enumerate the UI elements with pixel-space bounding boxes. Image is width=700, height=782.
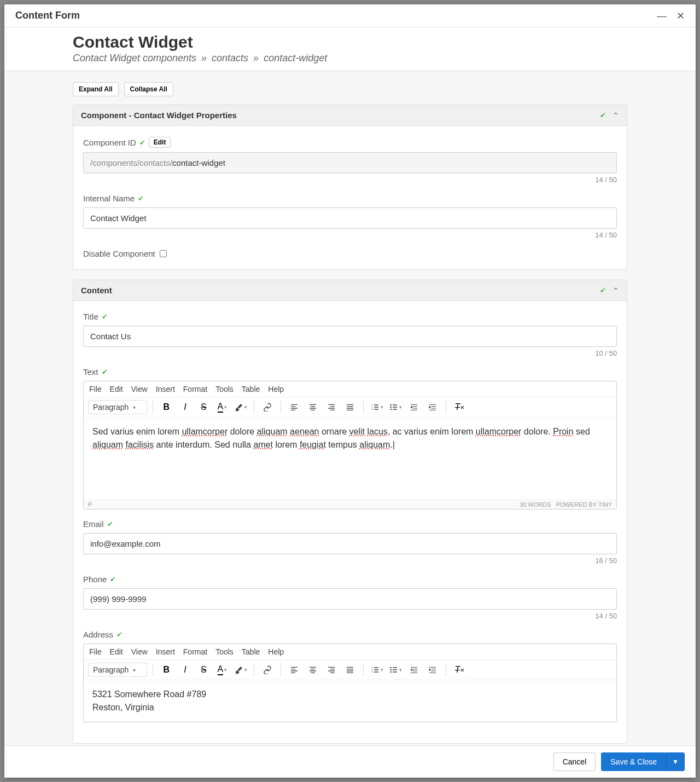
internal-name-input[interactable] [83, 207, 617, 229]
field-text: Text ✔ File Edit View Insert Format Tool… [83, 367, 617, 509]
highlight-icon[interactable] [233, 662, 248, 677]
char-counter: 14 / 50 [83, 231, 617, 239]
bold-icon[interactable]: B [159, 399, 174, 415]
breadcrumb-sep: » [201, 53, 207, 63]
link-icon[interactable] [260, 399, 275, 415]
rte-wordcount: 30 WORDS [520, 501, 551, 508]
rte-menu-file[interactable]: File [89, 385, 102, 393]
svg-point-10 [390, 669, 392, 671]
highlight-icon[interactable] [233, 399, 248, 415]
align-left-icon[interactable] [287, 662, 302, 677]
modal-header: Content Form — ✕ [4, 4, 696, 27]
indent-icon[interactable] [425, 662, 440, 677]
char-counter: 14 / 50 [83, 612, 617, 620]
collapse-all-button[interactable]: Collapse All [124, 82, 173, 96]
bullet-list-icon[interactable] [388, 399, 403, 415]
edit-button[interactable]: Edit [149, 137, 171, 148]
strikethrough-icon[interactable]: S [196, 399, 211, 415]
rte-menu-edit[interactable]: Edit [110, 647, 123, 656]
check-icon: ✔ [102, 368, 108, 376]
numbered-list-icon[interactable]: 123 [369, 399, 384, 415]
email-input[interactable] [83, 533, 617, 554]
rte-menu-view[interactable]: View [131, 385, 148, 393]
link-icon[interactable] [260, 662, 275, 677]
align-justify-icon[interactable] [342, 662, 358, 677]
italic-icon[interactable]: I [177, 662, 192, 677]
align-right-icon[interactable] [324, 662, 339, 677]
align-left-icon[interactable] [287, 399, 302, 415]
rte-toolbar: Paragraph B I S A [84, 660, 616, 680]
minimize-icon[interactable]: — [657, 11, 667, 21]
field-label: Component ID ✔ Edit [83, 137, 617, 148]
clear-format-icon[interactable]: T× [452, 399, 467, 415]
italic-icon[interactable]: I [177, 399, 192, 415]
rte-menu-table[interactable]: Table [242, 385, 260, 393]
close-icon[interactable]: ✕ [676, 11, 685, 21]
rte-paragraph-select[interactable]: Paragraph [88, 663, 147, 677]
rte-menu-insert[interactable]: Insert [156, 385, 175, 393]
check-icon: ✔ [600, 111, 606, 120]
align-right-icon[interactable] [324, 399, 339, 415]
rte-menu-insert[interactable]: Insert [156, 647, 175, 656]
outdent-icon[interactable] [406, 662, 422, 677]
page-header: Contact Widget Contact Widget components… [4, 27, 696, 71]
expand-all-button[interactable]: Expand All [73, 82, 119, 96]
rte-menubar: File Edit View Insert Format Tools Table… [84, 381, 616, 397]
section-header[interactable]: Content ✔ ⌃ [73, 280, 627, 301]
rte-menu-format[interactable]: Format [183, 385, 207, 393]
text-color-icon[interactable]: A [214, 399, 230, 415]
rte-menu-file[interactable]: File [89, 647, 102, 656]
address-rte: File Edit View Insert Format Tools Table… [83, 644, 617, 722]
svg-point-4 [390, 407, 392, 408]
breadcrumb-item: contacts [212, 53, 248, 63]
align-justify-icon[interactable] [342, 399, 358, 415]
rte-content-area[interactable]: Sed varius enim lorem ullamcorper dolore… [84, 418, 616, 500]
strikethrough-icon[interactable]: S [196, 662, 211, 677]
disable-checkbox[interactable] [160, 250, 167, 257]
content-inner: Expand All Collapse All Component - Cont… [4, 71, 696, 744]
content-scroll[interactable]: Expand All Collapse All Component - Cont… [4, 71, 696, 745]
collapse-icon[interactable]: ⌃ [612, 286, 619, 295]
check-icon: ✔ [116, 630, 122, 639]
address-line-1: 5321 Somewhere Road #789 [92, 688, 608, 701]
save-and-close-button[interactable]: Save & Close [601, 752, 666, 771]
phone-input[interactable] [83, 588, 617, 610]
cancel-button[interactable]: Cancel [553, 752, 596, 771]
svg-point-5 [390, 409, 392, 410]
collapse-icon[interactable]: ⌃ [612, 111, 619, 120]
text-rte: File Edit View Insert Format Tools Table… [83, 381, 617, 509]
rte-menu-tools[interactable]: Tools [215, 647, 234, 656]
field-label: Email ✔ [83, 519, 617, 529]
rte-menu-format[interactable]: Format [183, 647, 207, 656]
bullet-list-icon[interactable] [388, 662, 403, 677]
bold-icon[interactable]: B [159, 662, 174, 677]
check-icon: ✔ [600, 286, 606, 295]
align-center-icon[interactable] [305, 662, 320, 677]
section-header-icons: ✔ ⌃ [600, 111, 619, 120]
char-counter: 14 / 50 [83, 176, 617, 184]
breadcrumb-item: Contact Widget [73, 53, 140, 63]
modal-footer: Cancel Save & Close ▼ [4, 745, 696, 778]
field-label: Phone ✔ [83, 575, 617, 584]
rte-paragraph-select[interactable]: Paragraph [88, 400, 147, 414]
align-center-icon[interactable] [305, 399, 320, 415]
field-phone: Phone ✔ 14 / 50 [83, 575, 617, 620]
rte-menu-table[interactable]: Table [242, 647, 260, 656]
rte-menubar: File Edit View Insert Format Tools Table… [84, 644, 616, 660]
section-header[interactable]: Component - Contact Widget Properties ✔ … [73, 105, 627, 126]
rte-menu-help[interactable]: Help [268, 385, 284, 393]
rte-menu-edit[interactable]: Edit [110, 385, 123, 393]
outdent-icon[interactable] [406, 399, 422, 415]
modal-title: Content Form [15, 10, 80, 21]
indent-icon[interactable] [425, 399, 440, 415]
clear-format-icon[interactable]: T× [452, 662, 467, 677]
rte-menu-help[interactable]: Help [268, 647, 284, 656]
rte-content-area[interactable]: 5321 Somewhere Road #789 Reston, Virgini… [84, 680, 616, 722]
rte-menu-view[interactable]: View [131, 647, 148, 656]
text-color-icon[interactable]: A [214, 662, 230, 677]
rte-menu-tools[interactable]: Tools [215, 385, 234, 393]
save-dropdown-icon[interactable]: ▼ [666, 752, 685, 771]
numbered-list-icon[interactable]: 123 [369, 662, 384, 677]
section-properties: Component - Contact Widget Properties ✔ … [73, 105, 627, 270]
title-input[interactable] [83, 326, 617, 347]
